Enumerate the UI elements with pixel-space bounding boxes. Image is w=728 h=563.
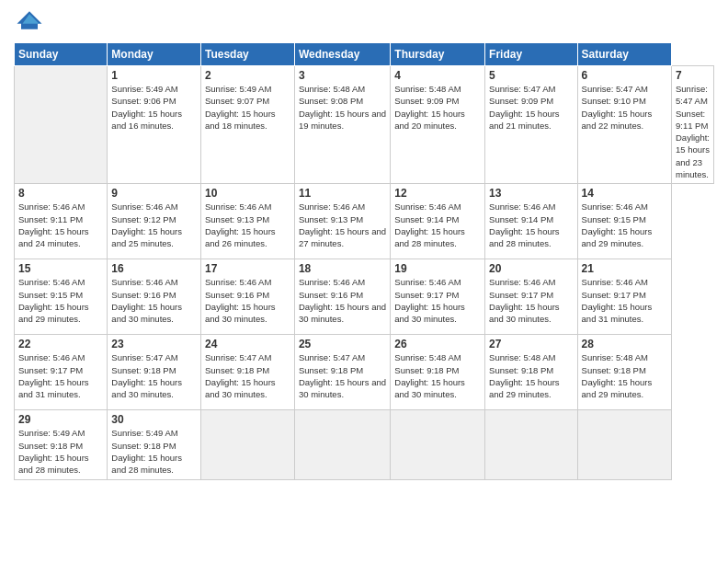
day-number: 24 [205,338,290,350]
day-info: Sunrise: 5:46 AMSunset: 9:13 PMDaylight:… [299,201,386,249]
day-cell-20: 20Sunrise: 5:46 AMSunset: 9:17 PMDayligh… [485,259,578,335]
day-cell-6: 6Sunrise: 5:47 AMSunset: 9:10 PMDaylight… [577,66,671,184]
day-number: 23 [111,338,197,350]
day-info: Sunrise: 5:46 AMSunset: 9:12 PMDaylight:… [111,201,197,249]
col-header-friday: Friday [485,43,578,66]
empty-cell [15,66,108,184]
logo-icon [16,9,43,31]
day-info: Sunrise: 5:48 AMSunset: 9:18 PMDaylight:… [582,351,667,400]
day-info: Sunrise: 5:48 AMSunset: 9:18 PMDaylight:… [394,351,481,400]
week-row-2: 15Sunrise: 5:46 AMSunset: 9:15 PMDayligh… [15,259,714,335]
day-info: Sunrise: 5:49 AMSunset: 9:18 PMDaylight:… [111,427,197,476]
logo [14,9,43,35]
col-header-sunday: Sunday [15,43,108,66]
day-number: 6 [582,69,667,82]
day-number: 11 [299,187,386,200]
day-number: 27 [489,338,574,350]
day-info: Sunrise: 5:46 AMSunset: 9:17 PMDaylight:… [582,276,667,325]
day-info: Sunrise: 5:46 AMSunset: 9:14 PMDaylight:… [394,201,481,249]
page: SundayMondayTuesdayWednesdayThursdayFrid… [0,0,728,563]
day-cell-30: 30Sunrise: 5:49 AMSunset: 9:18 PMDayligh… [108,410,201,479]
day-info: Sunrise: 5:46 AMSunset: 9:14 PMDaylight:… [489,201,574,249]
calendar-table: SundayMondayTuesdayWednesdayThursdayFrid… [14,42,714,480]
day-number: 4 [394,69,481,82]
day-number: 14 [582,187,667,200]
day-cell-22: 22Sunrise: 5:46 AMSunset: 9:17 PMDayligh… [15,335,108,410]
day-cell-21: 21Sunrise: 5:46 AMSunset: 9:17 PMDayligh… [577,259,671,335]
day-cell-14: 14Sunrise: 5:46 AMSunset: 9:15 PMDayligh… [577,184,671,259]
day-info: Sunrise: 5:47 AMSunset: 9:09 PMDaylight:… [489,83,574,132]
day-cell-5: 5Sunrise: 5:47 AMSunset: 9:09 PMDaylight… [485,66,578,184]
day-number: 17 [205,262,290,275]
day-number: 8 [18,187,103,200]
empty-cell [577,410,671,479]
day-number: 29 [18,413,103,426]
week-row-4: 29Sunrise: 5:49 AMSunset: 9:18 PMDayligh… [15,410,714,479]
day-info: Sunrise: 5:48 AMSunset: 9:09 PMDaylight:… [394,83,481,132]
day-info: Sunrise: 5:46 AMSunset: 9:16 PMDaylight:… [111,276,197,325]
empty-cell [294,410,390,479]
day-cell-9: 9Sunrise: 5:46 AMSunset: 9:12 PMDaylight… [108,184,201,259]
day-info: Sunrise: 5:46 AMSunset: 9:17 PMDaylight:… [18,351,103,400]
day-cell-18: 18Sunrise: 5:46 AMSunset: 9:16 PMDayligh… [294,259,390,335]
day-number: 10 [205,187,290,200]
day-cell-16: 16Sunrise: 5:46 AMSunset: 9:16 PMDayligh… [108,259,201,335]
day-cell-17: 17Sunrise: 5:46 AMSunset: 9:16 PMDayligh… [200,259,294,335]
day-info: Sunrise: 5:46 AMSunset: 9:17 PMDaylight:… [394,276,481,325]
day-number: 9 [111,187,197,200]
day-number: 22 [18,338,103,350]
day-info: Sunrise: 5:46 AMSunset: 9:11 PMDaylight:… [18,201,103,249]
day-number: 7 [676,69,710,82]
day-info: Sunrise: 5:47 AMSunset: 9:11 PMDaylight:… [676,83,710,180]
day-number: 5 [489,69,574,82]
day-cell-3: 3Sunrise: 5:48 AMSunset: 9:08 PMDaylight… [294,66,390,184]
col-header-tuesday: Tuesday [200,43,294,66]
day-number: 2 [205,69,290,82]
day-cell-4: 4Sunrise: 5:48 AMSunset: 9:09 PMDaylight… [391,66,485,184]
day-number: 19 [394,262,481,275]
day-cell-10: 10Sunrise: 5:46 AMSunset: 9:13 PMDayligh… [200,184,294,259]
day-cell-19: 19Sunrise: 5:46 AMSunset: 9:17 PMDayligh… [391,259,485,335]
day-info: Sunrise: 5:46 AMSunset: 9:16 PMDaylight:… [299,276,386,325]
day-info: Sunrise: 5:48 AMSunset: 9:18 PMDaylight:… [489,351,574,400]
day-cell-2: 2Sunrise: 5:49 AMSunset: 9:07 PMDaylight… [200,66,294,184]
day-cell-12: 12Sunrise: 5:46 AMSunset: 9:14 PMDayligh… [391,184,485,259]
day-cell-11: 11Sunrise: 5:46 AMSunset: 9:13 PMDayligh… [294,184,390,259]
day-cell-27: 27Sunrise: 5:48 AMSunset: 9:18 PMDayligh… [485,335,578,410]
day-number: 15 [18,262,103,275]
day-info: Sunrise: 5:49 AMSunset: 9:06 PMDaylight:… [111,83,197,132]
header [14,9,714,35]
day-cell-8: 8Sunrise: 5:46 AMSunset: 9:11 PMDaylight… [15,184,108,259]
day-cell-23: 23Sunrise: 5:47 AMSunset: 9:18 PMDayligh… [108,335,201,410]
week-row-1: 8Sunrise: 5:46 AMSunset: 9:11 PMDaylight… [15,184,714,259]
day-number: 21 [582,262,667,275]
day-info: Sunrise: 5:47 AMSunset: 9:18 PMDaylight:… [111,351,197,400]
day-cell-29: 29Sunrise: 5:49 AMSunset: 9:18 PMDayligh… [15,410,108,479]
day-info: Sunrise: 5:46 AMSunset: 9:15 PMDaylight:… [18,276,103,325]
day-cell-24: 24Sunrise: 5:47 AMSunset: 9:18 PMDayligh… [200,335,294,410]
calendar-header-row: SundayMondayTuesdayWednesdayThursdayFrid… [15,43,714,66]
day-info: Sunrise: 5:47 AMSunset: 9:10 PMDaylight:… [582,83,667,132]
day-info: Sunrise: 5:48 AMSunset: 9:08 PMDaylight:… [299,83,386,132]
day-number: 30 [111,413,197,426]
day-number: 28 [582,338,667,350]
day-number: 1 [111,69,197,82]
day-number: 20 [489,262,574,275]
empty-cell [485,410,578,479]
day-info: Sunrise: 5:46 AMSunset: 9:13 PMDaylight:… [205,201,290,249]
day-number: 18 [299,262,386,275]
day-cell-28: 28Sunrise: 5:48 AMSunset: 9:18 PMDayligh… [577,335,671,410]
col-header-monday: Monday [108,43,201,66]
col-header-thursday: Thursday [391,43,485,66]
day-cell-15: 15Sunrise: 5:46 AMSunset: 9:15 PMDayligh… [15,259,108,335]
day-info: Sunrise: 5:46 AMSunset: 9:16 PMDaylight:… [205,276,290,325]
day-info: Sunrise: 5:46 AMSunset: 9:15 PMDaylight:… [582,201,667,249]
day-number: 26 [394,338,481,350]
day-info: Sunrise: 5:49 AMSunset: 9:07 PMDaylight:… [205,83,290,132]
week-row-0: 1Sunrise: 5:49 AMSunset: 9:06 PMDaylight… [15,66,714,184]
day-number: 25 [299,338,386,350]
day-info: Sunrise: 5:46 AMSunset: 9:17 PMDaylight:… [489,276,574,325]
day-cell-1: 1Sunrise: 5:49 AMSunset: 9:06 PMDaylight… [108,66,201,184]
col-header-saturday: Saturday [577,43,671,66]
day-cell-13: 13Sunrise: 5:46 AMSunset: 9:14 PMDayligh… [485,184,578,259]
